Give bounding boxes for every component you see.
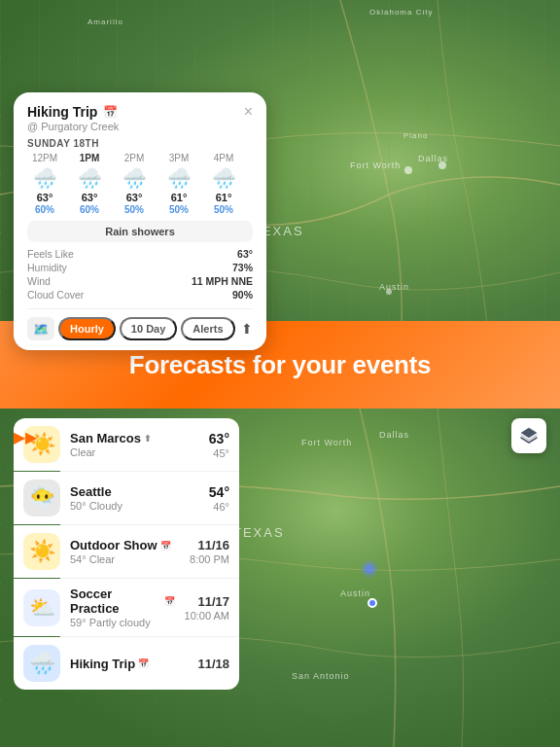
hour-label-3: 3PM <box>161 153 196 163</box>
list-item-hiking-trip[interactable]: 🌧️ Hiking Trip 📅 11/18 <box>14 637 239 690</box>
close-button[interactable]: × <box>244 104 253 120</box>
soccer-practice-name: Soccer Practice 📅 <box>70 587 175 616</box>
soccer-practice-cal-icon: 📅 <box>164 596 175 606</box>
san-marcos-temps: 63° 45° <box>209 431 229 459</box>
soccer-practice-icon: ⛅ <box>23 589 60 626</box>
list-item-soccer-practice[interactable]: ⛅ Soccer Practice 📅 59° Partly cloudy 11… <box>14 579 239 636</box>
hour-icon-0: 🌧️ <box>27 166 62 190</box>
san-marcos-name: San Marcos ⬆ <box>70 431 199 445</box>
svg-point-4 <box>361 560 378 578</box>
outdoor-show-name: Outdoor Show 📅 <box>70 538 180 552</box>
calendar-icon: 📅 <box>103 105 118 119</box>
card-title: Hiking Trip <box>27 104 97 120</box>
weather-card: Hiking Trip 📅 @ Purgatory Creek × SUNDAY… <box>14 92 266 350</box>
hour-temp-4: 61° <box>206 192 241 203</box>
san-marcos-info: San Marcos ⬆ Clear <box>70 431 199 458</box>
list-item-seattle[interactable]: 😶‍🌫️ Seattle 50° Cloudy 54° 46° <box>14 472 239 524</box>
seattle-name: Seattle <box>70 484 199 499</box>
hour-temp-1: 63° <box>72 192 107 203</box>
hour-temp-2: 63° <box>117 192 152 203</box>
hourly-scroll: 12PM 🌧️ 63° 60% 1PM 🌧️ 63° 60% 2PM 🌧️ 63… <box>27 153 253 215</box>
hour-precip-3: 50% <box>161 204 196 215</box>
cloud-cover-label: Cloud Cover <box>27 289 140 301</box>
condition-bar: Rain showers <box>27 221 253 242</box>
hour-precip-4: 50% <box>206 204 241 215</box>
soccer-practice-time: 11/17 10:00 AM <box>185 594 229 622</box>
soccer-practice-info: Soccer Practice 📅 59° Partly cloudy <box>70 587 175 628</box>
play-button[interactable]: ▶ <box>14 428 35 449</box>
hour-icon-3: 🌧️ <box>161 166 196 190</box>
tab-10day[interactable]: 10 Day <box>120 317 177 340</box>
outdoor-show-icon: ☀️ <box>23 533 60 570</box>
hiking-trip-date: 11/18 <box>197 657 229 671</box>
wind-label: Wind <box>27 275 140 287</box>
hiking-trip-name: Hiking Trip 📅 <box>70 657 188 671</box>
hiking-trip-info: Hiking Trip 📅 <box>70 657 188 671</box>
feels-like-label: Feels Like <box>27 248 140 260</box>
hour-icon-2: 🌧️ <box>117 166 152 190</box>
card-title-section: Hiking Trip 📅 @ Purgatory Creek <box>27 104 119 132</box>
humidity-value: 73% <box>140 262 253 273</box>
hour-precip-1: 60% <box>72 204 107 215</box>
hour-label-2: 2PM <box>117 153 152 163</box>
wind-value: 11 MPH NNE <box>140 275 253 287</box>
map-tab-icon[interactable]: 🗺️ <box>27 317 54 340</box>
hiking-trip-icon: 🌧️ <box>23 645 60 682</box>
seattle-icon: 😶‍🌫️ <box>23 480 60 516</box>
seattle-info: Seattle 50° Cloudy <box>70 484 199 512</box>
seattle-condition: 50° Cloudy <box>70 500 199 512</box>
hiking-trip-cal-icon: 📅 <box>138 658 149 668</box>
hour-icon-4: 🌧️ <box>206 166 241 190</box>
tab-alerts[interactable]: Alerts <box>181 317 234 340</box>
details-grid: Feels Like 63° Humidity 73% Wind 11 MPH … <box>27 248 253 301</box>
hour-col-0: 12PM 🌧️ 63° 60% <box>27 153 62 215</box>
humidity-label: Humidity <box>27 262 140 273</box>
cloud-cover-value: 90% <box>140 289 253 301</box>
list-item-outdoor-show[interactable]: ☀️ Outdoor Show 📅 54° Clear 11/16 8:00 P… <box>14 525 239 578</box>
card-title-row: Hiking Trip 📅 <box>27 104 119 120</box>
hour-label-0: 12PM <box>27 153 62 163</box>
card-tabs: 🗺️ Hourly 10 Day Alerts ⬆ <box>27 308 253 340</box>
card-subtitle: @ Purgatory Creek <box>27 121 119 132</box>
hour-icon-1: 🌧️ <box>72 166 107 190</box>
outdoor-show-cal-icon: 📅 <box>160 541 171 551</box>
outdoor-show-condition: 54° Clear <box>70 553 180 565</box>
feels-like-value: 63° <box>140 248 253 260</box>
hour-precip-0: 60% <box>27 204 62 215</box>
hour-col-2: 2PM 🌧️ 63° 50% <box>117 153 152 215</box>
list-item-san-marcos[interactable]: ☀️ San Marcos ⬆ Clear 63° 45° <box>14 418 239 471</box>
seattle-temps: 54° 46° <box>209 484 229 513</box>
location-list: ☀️ San Marcos ⬆ Clear 63° 45° 😶‍🌫️ Seatt… <box>0 418 253 700</box>
svg-point-1 <box>438 161 446 169</box>
svg-point-0 <box>404 166 412 174</box>
hour-label-1: 1PM <box>72 153 107 163</box>
hour-temp-0: 63° <box>27 192 62 203</box>
hour-temp-3: 61° <box>161 192 196 203</box>
svg-point-2 <box>386 289 392 295</box>
share-icon[interactable]: ⬆ <box>241 321 253 337</box>
soccer-practice-condition: 59° Partly cloudy <box>70 617 175 628</box>
san-marcos-condition: Clear <box>70 446 199 458</box>
hour-col-3: 3PM 🌧️ 61° 50% <box>161 153 196 215</box>
card-header: Hiking Trip 📅 @ Purgatory Creek × <box>27 104 253 132</box>
tab-hourly[interactable]: Hourly <box>58 317 116 340</box>
card-date: SUNDAY 18TH <box>27 138 253 149</box>
banner-text: Forecasts for your events <box>129 350 431 380</box>
navigation-icon: ⬆ <box>144 434 152 444</box>
hour-label-4: 4PM <box>206 153 241 163</box>
outdoor-show-info: Outdoor Show 📅 54° Clear <box>70 538 180 565</box>
layers-button[interactable] <box>511 418 546 453</box>
outdoor-show-time: 11/16 8:00 PM <box>190 538 229 565</box>
hour-col-4: 4PM 🌧️ 61° 50% <box>206 153 241 215</box>
hour-col-1: 1PM 🌧️ 63° 60% <box>72 153 107 215</box>
hour-precip-2: 50% <box>117 204 152 215</box>
